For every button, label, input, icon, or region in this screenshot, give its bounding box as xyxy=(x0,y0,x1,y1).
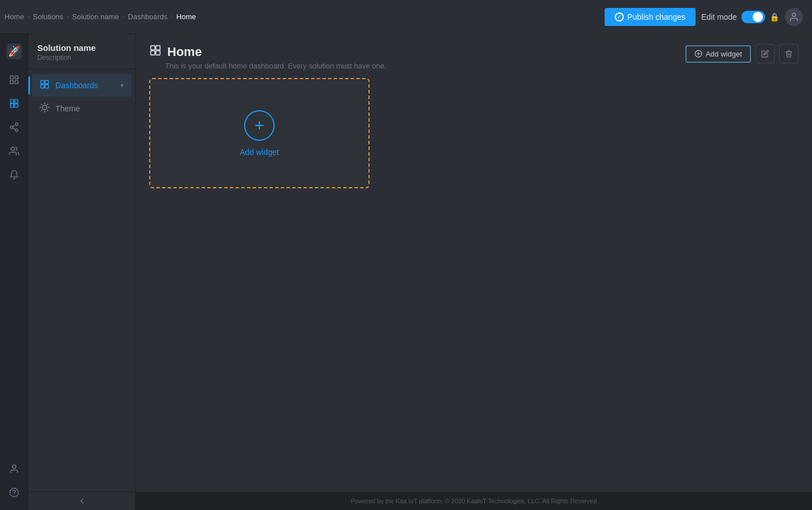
icon-sidebar: 🚀 xyxy=(0,34,28,510)
icon-sidebar-bottom xyxy=(3,458,25,503)
page-title-row: Home xyxy=(149,44,387,59)
sidebar-icon-help[interactable] xyxy=(3,482,25,503)
svg-rect-21 xyxy=(45,80,49,84)
svg-point-17 xyxy=(12,465,16,468)
help-icon xyxy=(9,487,19,498)
add-widget-label: Add widget xyxy=(706,50,742,58)
top-bar: Home › Solutions › Solution name › Dashb… xyxy=(0,0,812,34)
logo-icon: 🚀 xyxy=(5,42,23,60)
svg-line-15 xyxy=(12,125,15,127)
sidebar-icon-grid[interactable] xyxy=(3,69,25,90)
breadcrumb-solutions[interactable]: Solutions xyxy=(33,12,63,21)
footer: Powered by the Kaa IoT platform, © 2020 … xyxy=(136,492,812,510)
edit-mode-label: Edit mode xyxy=(701,12,737,21)
svg-rect-10 xyxy=(14,104,18,107)
users-group-icon xyxy=(9,146,19,156)
dashboards-sidebar-icon xyxy=(40,79,50,92)
svg-rect-9 xyxy=(10,104,14,107)
edit-mode-toggle-area: Edit mode 🔒 xyxy=(701,11,779,23)
svg-rect-23 xyxy=(45,85,49,88)
widget-drop-zone[interactable]: + Add widget xyxy=(149,78,370,188)
add-widget-button[interactable]: Add widget xyxy=(685,45,751,63)
delete-icon xyxy=(785,50,793,58)
delete-button[interactable] xyxy=(779,44,798,63)
page-header: Home This is your default home dashboard… xyxy=(136,34,812,78)
svg-rect-20 xyxy=(41,80,44,84)
page-title: Home xyxy=(167,45,202,59)
edit-icon xyxy=(761,50,769,58)
breadcrumb-sep-1: › xyxy=(28,14,30,20)
svg-rect-8 xyxy=(14,100,18,103)
svg-rect-25 xyxy=(151,46,155,50)
svg-rect-28 xyxy=(156,51,160,55)
page-dashboards-icon xyxy=(149,44,162,59)
page-actions: Add widget xyxy=(685,44,798,63)
icon-sidebar-top xyxy=(3,69,25,456)
connections-icon xyxy=(9,122,19,132)
page-title-area: Home This is your default home dashboard… xyxy=(149,44,387,70)
toggle-slider xyxy=(741,11,765,23)
svg-rect-5 xyxy=(10,81,13,84)
sidebar-icon-connections[interactable] xyxy=(3,116,25,138)
solution-header: Solution name Description xyxy=(28,34,135,69)
sidebar-icon-user-profile[interactable] xyxy=(3,458,25,479)
breadcrumb-area: Home › Solutions › Solution name › Dashb… xyxy=(0,12,196,21)
svg-rect-26 xyxy=(156,46,160,50)
publish-button[interactable]: ✓ Publish changes xyxy=(605,8,696,26)
main-layout: 🚀 xyxy=(0,34,812,510)
svg-point-0 xyxy=(792,13,796,16)
theme-label: Theme xyxy=(55,104,124,113)
dashboards-label: Dashboards xyxy=(55,81,115,90)
svg-point-16 xyxy=(11,147,14,150)
edit-mode-toggle[interactable] xyxy=(741,11,765,23)
breadcrumb-sep-3: › xyxy=(123,14,125,20)
svg-point-24 xyxy=(42,105,47,110)
add-widget-icon xyxy=(694,50,702,58)
sidebar-collapse-button[interactable] xyxy=(28,491,135,510)
lock-icon: 🔒 xyxy=(770,12,779,21)
sidebar-nav: Dashboards ▾ Theme xyxy=(28,69,135,491)
edit-button[interactable] xyxy=(755,44,775,63)
svg-text:🚀: 🚀 xyxy=(8,45,21,58)
app-logo: 🚀 xyxy=(3,41,25,62)
svg-rect-3 xyxy=(10,76,13,79)
sidebar-item-dashboards[interactable]: Dashboards ▾ xyxy=(32,74,132,97)
footer-text: Powered by the Kaa IoT platform, © 2020 … xyxy=(351,498,597,504)
publish-label: Publish changes xyxy=(627,12,685,21)
alerts-icon xyxy=(9,170,19,180)
dashboards-chevron-icon: ▾ xyxy=(120,81,124,89)
sidebar-icon-alerts[interactable] xyxy=(3,164,25,185)
user-profile-icon xyxy=(9,464,19,474)
user-icon xyxy=(789,12,799,22)
dashboards-icon xyxy=(9,98,19,109)
user-avatar-button[interactable] xyxy=(785,8,803,26)
solution-description: Description xyxy=(37,54,126,62)
svg-rect-22 xyxy=(41,85,44,88)
breadcrumb-sep-4: › xyxy=(171,14,173,20)
sidebar-item-theme[interactable]: Theme xyxy=(32,97,132,120)
svg-rect-4 xyxy=(15,76,18,79)
check-icon: ✓ xyxy=(615,12,624,21)
add-widget-zone-label: Add widget xyxy=(240,148,279,157)
add-circle-icon: + xyxy=(244,110,275,141)
dashboard-canvas: + Add widget xyxy=(136,78,812,492)
sidebar-icon-dashboards[interactable] xyxy=(3,93,25,114)
breadcrumb-home[interactable]: Home xyxy=(5,12,24,21)
content-area: Home This is your default home dashboard… xyxy=(136,34,812,510)
breadcrumb: Home › Solutions › Solution name › Dashb… xyxy=(5,12,196,21)
svg-rect-7 xyxy=(10,100,14,103)
breadcrumb-sep-2: › xyxy=(67,14,69,20)
solution-name: Solution name xyxy=(37,43,126,53)
collapse-icon xyxy=(77,496,86,505)
breadcrumb-solution-name[interactable]: Solution name xyxy=(72,12,119,21)
svg-rect-27 xyxy=(151,51,155,55)
theme-sidebar-icon xyxy=(40,102,50,115)
grid-icon xyxy=(9,75,19,85)
page-subtitle: This is your default home dashboard. Eve… xyxy=(165,62,387,70)
breadcrumb-dashboards[interactable]: Dashboards xyxy=(128,12,167,21)
sidebar-icon-users-group[interactable] xyxy=(3,140,25,162)
solution-sidebar: Solution name Description Dashboards ▾ xyxy=(28,34,136,510)
svg-line-14 xyxy=(12,128,15,129)
svg-rect-6 xyxy=(15,81,18,84)
top-bar-actions: ✓ Publish changes Edit mode 🔒 xyxy=(605,8,803,26)
